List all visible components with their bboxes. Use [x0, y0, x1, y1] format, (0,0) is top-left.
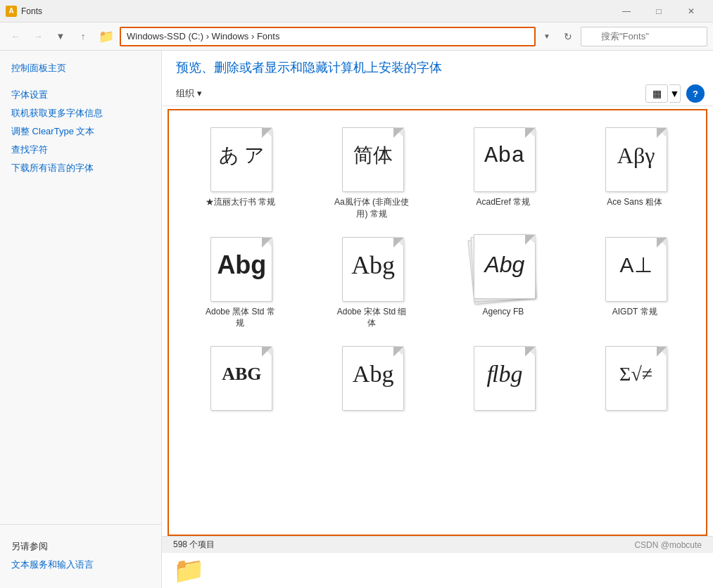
- help-button[interactable]: ?: [686, 84, 705, 103]
- close-button[interactable]: ✕: [675, 0, 707, 23]
- status-text: 598 个项目: [173, 539, 215, 551]
- address-bar: ← → ▼ ↑ 📁 ▼ ↻ 🔍: [0, 23, 713, 51]
- content-header: 预览、删除或者显示和隐藏计算机上安装的字体: [162, 51, 713, 82]
- font-label-acesans: Ace Sans 粗体: [607, 196, 662, 208]
- font-grid: あ ア ★流丽太行书 常规 简体 Aa風行体 (非商业使用) 常规: [175, 116, 700, 421]
- font-icon-row3b: Abg: [336, 340, 407, 411]
- sidebar-control-panel-home[interactable]: 控制面板主页: [0, 59, 161, 77]
- font-icon-aigdt: A⊥: [600, 231, 670, 302]
- search-wrapper: 🔍: [581, 27, 707, 46]
- font-icon-acadef: Aba: [468, 122, 538, 192]
- font-icon-adobehei: Abg: [205, 231, 275, 302]
- view-dropdown-button[interactable]: ▼: [669, 84, 681, 103]
- up-button[interactable]: ↑: [73, 27, 93, 46]
- font-item-liulv[interactable]: あ ア ★流丽太行书 常规: [175, 116, 306, 226]
- font-label-fengxing: Aa風行体 (非商业使用) 常规: [333, 196, 410, 220]
- font-item-acesans[interactable]: Aβγ Ace Sans 粗体: [569, 116, 700, 226]
- window-title: Fonts: [21, 6, 610, 16]
- sidebar-font-settings[interactable]: 字体设置: [0, 86, 161, 104]
- main-layout: 控制面板主页 字体设置 联机获取更多字体信息 调整 ClearType 文本 查…: [0, 51, 713, 588]
- sidebar: 控制面板主页 字体设置 联机获取更多字体信息 调整 ClearType 文本 查…: [0, 51, 162, 588]
- font-icon-row3a: ABG: [205, 340, 275, 411]
- organize-label: 组织 ▾: [176, 87, 202, 100]
- font-item-row3b[interactable]: Abg: [306, 335, 438, 421]
- title-bar: A Fonts — □ ✕: [0, 0, 713, 23]
- font-icon-fengxing: 简体: [336, 122, 407, 192]
- dropdown-recent-button[interactable]: ▼: [51, 27, 70, 46]
- sidebar-find-char[interactable]: 查找字符: [0, 141, 161, 159]
- font-label-liulv: ★流丽太行书 常规: [206, 196, 275, 208]
- see-also-title: 另请参阅: [0, 530, 161, 556]
- bottom-bar: 📁: [162, 553, 713, 588]
- font-icon-adobesong: Abg: [336, 231, 407, 302]
- status-bar: 598 个项目 CSDN @mobcute: [162, 536, 713, 553]
- font-item-aigdt[interactable]: A⊥ AIGDT 常规: [569, 226, 700, 335]
- watermark: CSDN @mobcute: [634, 540, 702, 550]
- font-item-acadef[interactable]: Aba AcadEref 常规: [438, 116, 569, 226]
- sidebar-cleartype[interactable]: 调整 ClearType 文本: [0, 122, 161, 141]
- font-icon-acesans: Aβγ: [600, 122, 670, 192]
- window-controls: — □ ✕: [610, 0, 707, 23]
- font-item-adobesong[interactable]: Abg Adobe 宋体 Std 细体: [306, 226, 438, 335]
- font-label-agencyfb: Agency FB: [483, 306, 524, 318]
- back-button[interactable]: ←: [6, 27, 25, 46]
- font-item-row3a[interactable]: ABG: [175, 335, 306, 421]
- search-input[interactable]: [581, 27, 707, 46]
- font-label-adobesong: Adobe 宋体 Std 细体: [333, 306, 410, 330]
- content-title: 预览、删除或者显示和隐藏计算机上安装的字体: [176, 59, 699, 76]
- sidebar-text-services[interactable]: 文本服务和输入语言: [0, 556, 161, 574]
- app-icon: A: [6, 6, 17, 17]
- minimize-button[interactable]: —: [610, 0, 643, 23]
- content-area: 预览、删除或者显示和隐藏计算机上安装的字体 组织 ▾ ▦ ▼ ?: [162, 51, 713, 588]
- view-controls: ▦ ▼: [645, 84, 681, 103]
- font-label-aigdt: AIGDT 常规: [612, 306, 657, 318]
- address-dropdown-button[interactable]: ▼: [538, 27, 555, 46]
- font-icon-agencyfb: Abg: [468, 231, 538, 302]
- folder-icon: 📁: [99, 29, 114, 44]
- sidebar-get-more-fonts[interactable]: 联机获取更多字体信息: [0, 104, 161, 122]
- font-label-acadef: AcadEref 常规: [477, 196, 531, 208]
- font-item-agencyfb[interactable]: Abg Agency FB: [438, 226, 569, 335]
- font-grid-container[interactable]: あ ア ★流丽太行书 常规 简体 Aa風行体 (非商业使用) 常规: [168, 109, 707, 536]
- maximize-button[interactable]: □: [643, 0, 675, 23]
- font-item-row3c[interactable]: ﬂbg: [438, 335, 569, 421]
- font-icon-row3c: ﬂbg: [468, 340, 538, 411]
- toolbar: 组织 ▾ ▦ ▼ ?: [162, 82, 713, 106]
- view-icon-button[interactable]: ▦: [645, 84, 668, 103]
- forward-button[interactable]: →: [28, 27, 48, 46]
- sidebar-bottom: 另请参阅 文本服务和输入语言: [0, 524, 161, 580]
- font-item-adobehei[interactable]: Abg Adobe 黑体 Std 常规: [175, 226, 306, 335]
- bottom-folder-icon: 📁: [173, 556, 205, 585]
- organize-button[interactable]: 组织 ▾: [170, 84, 208, 103]
- refresh-button[interactable]: ↻: [558, 27, 578, 46]
- font-icon-row3d: Σ√≠: [600, 340, 670, 411]
- address-input[interactable]: [120, 27, 536, 46]
- sidebar-download-fonts[interactable]: 下载所有语言的字体: [0, 159, 161, 177]
- font-item-row3d[interactable]: Σ√≠: [569, 335, 700, 421]
- font-label-adobehei: Adobe 黑体 Std 常规: [201, 306, 279, 330]
- font-item-fengxing[interactable]: 简体 Aa風行体 (非商业使用) 常规: [306, 116, 438, 226]
- font-icon-liulv: あ ア: [205, 122, 275, 192]
